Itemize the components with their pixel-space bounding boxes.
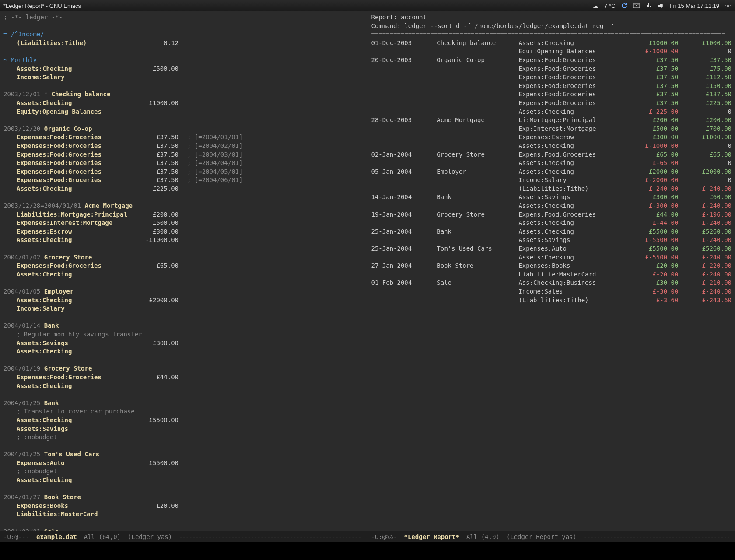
minibuffer[interactable] xyxy=(0,542,735,560)
ledger-source[interactable]: ; -*- ledger -*- = /^Income/ (Liabilitie… xyxy=(0,11,368,542)
left-modeline: -U:@--- example.dat All (64,0) (Ledger y… xyxy=(0,531,368,542)
settings-icon[interactable] xyxy=(724,2,732,9)
modeline-pos: All (64,0) xyxy=(84,533,121,540)
network-icon[interactable] xyxy=(645,2,652,9)
mail-icon[interactable] xyxy=(633,2,640,9)
weather-temp: 7 °C xyxy=(604,3,615,9)
right-modeline: -U:@%%- *Ledger Report* All (4,0) (Ledge… xyxy=(368,531,735,542)
left-pane[interactable]: ; -*- ledger -*- = /^Income/ (Liabilitie… xyxy=(0,11,368,542)
modeline-flags: -U:@%%- xyxy=(371,533,397,540)
buffer-name: *Ledger Report* xyxy=(404,533,459,540)
editor-area: ; -*- ledger -*- = /^Income/ (Liabilitie… xyxy=(0,11,735,542)
modeline-pos: All (4,0) xyxy=(466,533,500,540)
window-title: *Ledger Report* - GNU Emacs xyxy=(4,3,81,9)
system-tray: ☁ 7 °C Fri 15 Mar 17:11:19 xyxy=(592,2,732,9)
modeline-mode: (Ledger Report yas) xyxy=(507,533,577,540)
buffer-name: example.dat xyxy=(36,533,77,540)
clock: Fri 15 Mar 17:11:19 xyxy=(670,3,719,9)
right-pane[interactable]: Report: account Command: ledger --sort d… xyxy=(368,11,735,542)
svg-point-1 xyxy=(727,5,729,7)
top-panel: *Ledger Report* - GNU Emacs ☁ 7 °C Fri 1… xyxy=(0,0,735,11)
modeline-flags: -U:@--- xyxy=(4,533,29,540)
weather-icon: ☁ xyxy=(592,2,599,9)
modeline-fill: ----------------------------------------… xyxy=(179,531,364,542)
modeline-fill: ----------------------------------------… xyxy=(584,531,732,542)
ledger-report[interactable]: Report: account Command: ledger --sort d… xyxy=(368,11,735,306)
modeline-mode: (Ledger yas) xyxy=(128,533,172,540)
volume-icon[interactable] xyxy=(658,2,665,9)
refresh-icon[interactable] xyxy=(621,2,628,9)
